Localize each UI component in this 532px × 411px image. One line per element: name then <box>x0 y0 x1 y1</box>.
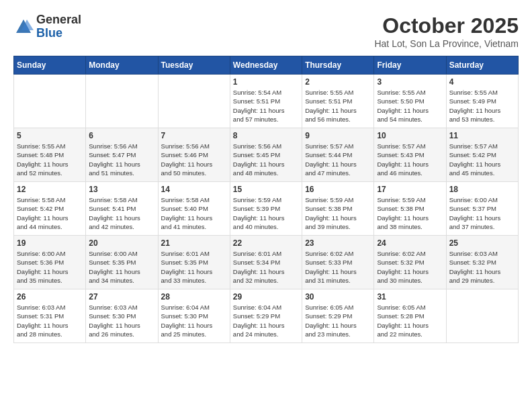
logo: General Blue <box>13 13 81 40</box>
day-number: 17 <box>377 185 443 194</box>
day-info: Sunrise: 6:02 AM Sunset: 5:33 PM Dayligh… <box>305 249 371 285</box>
day-number: 14 <box>161 185 227 194</box>
day-info: Sunrise: 5:58 AM Sunset: 5:42 PM Dayligh… <box>17 195 83 231</box>
day-info: Sunrise: 6:01 AM Sunset: 5:34 PM Dayligh… <box>233 249 299 285</box>
day-info: Sunrise: 6:02 AM Sunset: 5:32 PM Dayligh… <box>377 249 443 285</box>
day-info: Sunrise: 5:56 AM Sunset: 5:46 PM Dayligh… <box>161 142 227 177</box>
calendar-cell: 18Sunrise: 6:00 AM Sunset: 5:37 PM Dayli… <box>446 182 518 236</box>
calendar-cell: 23Sunrise: 6:02 AM Sunset: 5:33 PM Dayli… <box>302 236 374 289</box>
day-number: 12 <box>17 185 83 194</box>
calendar-cell: 12Sunrise: 5:58 AM Sunset: 5:42 PM Dayli… <box>14 182 86 236</box>
weekday-header: Monday <box>86 56 158 75</box>
calendar-cell: 1Sunrise: 5:54 AM Sunset: 5:51 PM Daylig… <box>230 75 302 128</box>
day-number: 24 <box>377 238 443 248</box>
day-info: Sunrise: 6:04 AM Sunset: 5:29 PM Dayligh… <box>233 303 299 338</box>
day-number: 13 <box>89 185 154 194</box>
calendar-cell: 4Sunrise: 5:55 AM Sunset: 5:49 PM Daylig… <box>446 75 518 128</box>
day-info: Sunrise: 5:56 AM Sunset: 5:45 PM Dayligh… <box>233 142 299 177</box>
day-info: Sunrise: 6:03 AM Sunset: 5:30 PM Dayligh… <box>89 303 154 338</box>
day-number: 18 <box>449 185 515 194</box>
day-info: Sunrise: 5:55 AM Sunset: 5:48 PM Dayligh… <box>17 142 83 177</box>
day-info: Sunrise: 5:57 AM Sunset: 5:44 PM Dayligh… <box>305 142 371 177</box>
location-subtitle: Hat Lot, Son La Province, Vietnam <box>374 38 519 49</box>
day-info: Sunrise: 6:03 AM Sunset: 5:31 PM Dayligh… <box>17 303 83 338</box>
day-info: Sunrise: 6:00 AM Sunset: 5:35 PM Dayligh… <box>89 249 154 285</box>
day-number: 26 <box>17 292 83 302</box>
calendar-cell <box>14 75 86 128</box>
calendar-cell: 26Sunrise: 6:03 AM Sunset: 5:31 PM Dayli… <box>14 289 86 343</box>
weekday-header-row: SundayMondayTuesdayWednesdayThursdayFrid… <box>14 56 519 75</box>
day-info: Sunrise: 5:54 AM Sunset: 5:51 PM Dayligh… <box>233 88 299 124</box>
day-number: 31 <box>377 292 443 302</box>
day-number: 10 <box>377 131 443 140</box>
calendar-cell: 28Sunrise: 6:04 AM Sunset: 5:30 PM Dayli… <box>158 289 230 343</box>
weekday-header: Friday <box>374 56 446 75</box>
logo-text: General Blue <box>36 13 81 40</box>
weekday-header: Tuesday <box>158 56 230 75</box>
calendar-cell: 7Sunrise: 5:56 AM Sunset: 5:46 PM Daylig… <box>158 128 230 182</box>
weekday-header: Wednesday <box>230 56 302 75</box>
day-info: Sunrise: 6:05 AM Sunset: 5:29 PM Dayligh… <box>305 303 371 338</box>
day-number: 16 <box>305 185 371 194</box>
day-number: 22 <box>233 238 299 248</box>
day-number: 2 <box>305 77 371 87</box>
calendar-cell: 27Sunrise: 6:03 AM Sunset: 5:30 PM Dayli… <box>86 289 158 343</box>
day-info: Sunrise: 5:59 AM Sunset: 5:38 PM Dayligh… <box>305 195 371 231</box>
calendar-week-row: 5Sunrise: 5:55 AM Sunset: 5:48 PM Daylig… <box>14 128 519 182</box>
day-info: Sunrise: 6:00 AM Sunset: 5:37 PM Dayligh… <box>449 195 515 231</box>
calendar-cell <box>86 75 158 128</box>
calendar-cell <box>446 289 518 343</box>
calendar-cell: 31Sunrise: 6:05 AM Sunset: 5:28 PM Dayli… <box>374 289 446 343</box>
calendar-cell: 22Sunrise: 6:01 AM Sunset: 5:34 PM Dayli… <box>230 236 302 289</box>
day-info: Sunrise: 6:00 AM Sunset: 5:36 PM Dayligh… <box>17 249 83 285</box>
day-info: Sunrise: 6:05 AM Sunset: 5:28 PM Dayligh… <box>377 303 443 338</box>
weekday-header: Thursday <box>302 56 374 75</box>
day-number: 21 <box>161 238 227 248</box>
day-number: 29 <box>233 292 299 302</box>
day-number: 5 <box>17 131 83 140</box>
calendar-cell: 6Sunrise: 5:56 AM Sunset: 5:47 PM Daylig… <box>86 128 158 182</box>
day-info: Sunrise: 6:01 AM Sunset: 5:35 PM Dayligh… <box>161 249 227 285</box>
day-number: 20 <box>89 238 154 248</box>
calendar-table: SundayMondayTuesdayWednesdayThursdayFrid… <box>13 56 519 343</box>
calendar-cell: 24Sunrise: 6:02 AM Sunset: 5:32 PM Dayli… <box>374 236 446 289</box>
calendar-cell: 30Sunrise: 6:05 AM Sunset: 5:29 PM Dayli… <box>302 289 374 343</box>
logo-general: General <box>36 13 81 26</box>
day-info: Sunrise: 5:59 AM Sunset: 5:39 PM Dayligh… <box>233 195 299 231</box>
calendar-week-row: 26Sunrise: 6:03 AM Sunset: 5:31 PM Dayli… <box>14 289 519 343</box>
day-number: 30 <box>305 292 371 302</box>
calendar-cell: 19Sunrise: 6:00 AM Sunset: 5:36 PM Dayli… <box>14 236 86 289</box>
calendar-cell: 10Sunrise: 5:57 AM Sunset: 5:43 PM Dayli… <box>374 128 446 182</box>
title-block: October 2025 Hat Lot, Son La Province, V… <box>374 13 519 49</box>
day-number: 15 <box>233 185 299 194</box>
calendar-cell: 9Sunrise: 5:57 AM Sunset: 5:44 PM Daylig… <box>302 128 374 182</box>
calendar-cell: 3Sunrise: 5:55 AM Sunset: 5:50 PM Daylig… <box>374 75 446 128</box>
day-info: Sunrise: 5:57 AM Sunset: 5:43 PM Dayligh… <box>377 142 443 177</box>
day-info: Sunrise: 5:58 AM Sunset: 5:40 PM Dayligh… <box>161 195 227 231</box>
day-info: Sunrise: 6:04 AM Sunset: 5:30 PM Dayligh… <box>161 303 227 338</box>
day-number: 8 <box>233 131 299 140</box>
day-number: 11 <box>449 131 515 140</box>
page-header: General Blue October 2025 Hat Lot, Son L… <box>13 13 519 49</box>
calendar-cell: 13Sunrise: 5:58 AM Sunset: 5:41 PM Dayli… <box>86 182 158 236</box>
calendar-cell: 2Sunrise: 5:55 AM Sunset: 5:51 PM Daylig… <box>302 75 374 128</box>
calendar-cell: 14Sunrise: 5:58 AM Sunset: 5:40 PM Dayli… <box>158 182 230 236</box>
day-number: 19 <box>17 238 83 248</box>
day-number: 7 <box>161 131 227 140</box>
day-info: Sunrise: 5:56 AM Sunset: 5:47 PM Dayligh… <box>89 142 154 177</box>
day-number: 3 <box>377 77 443 87</box>
day-number: 27 <box>89 292 154 302</box>
day-number: 28 <box>161 292 227 302</box>
calendar-cell: 5Sunrise: 5:55 AM Sunset: 5:48 PM Daylig… <box>14 128 86 182</box>
calendar-cell: 15Sunrise: 5:59 AM Sunset: 5:39 PM Dayli… <box>230 182 302 236</box>
month-title: October 2025 <box>374 13 519 38</box>
day-info: Sunrise: 5:55 AM Sunset: 5:50 PM Dayligh… <box>377 88 443 124</box>
calendar-cell: 11Sunrise: 5:57 AM Sunset: 5:42 PM Dayli… <box>446 128 518 182</box>
logo-icon <box>13 17 34 37</box>
calendar-cell: 8Sunrise: 5:56 AM Sunset: 5:45 PM Daylig… <box>230 128 302 182</box>
calendar-cell <box>158 75 230 128</box>
day-info: Sunrise: 5:59 AM Sunset: 5:38 PM Dayligh… <box>377 195 443 231</box>
calendar-cell: 20Sunrise: 6:00 AM Sunset: 5:35 PM Dayli… <box>86 236 158 289</box>
calendar-cell: 21Sunrise: 6:01 AM Sunset: 5:35 PM Dayli… <box>158 236 230 289</box>
day-number: 9 <box>305 131 371 140</box>
